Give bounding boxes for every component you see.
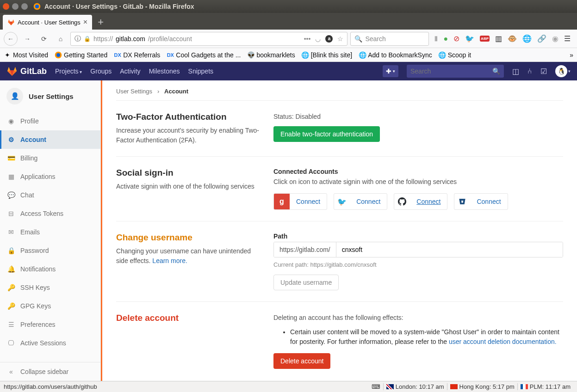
bookmark-star-icon[interactable]: ☆ — [337, 35, 343, 43]
sidebar-item-applications[interactable]: ▦Applications — [0, 167, 100, 186]
browser-search-box[interactable]: 🔍 Search — [350, 32, 429, 46]
delete-account-button[interactable]: Delete account — [273, 353, 330, 369]
google-icon: g — [274, 194, 290, 209]
username-input[interactable] — [336, 242, 563, 257]
bookmark-sync[interactable]: 🌐Add to BookmarkSync — [359, 51, 432, 59]
merge-requests-icon[interactable]: ⑃ — [527, 67, 532, 75]
clock-plm[interactable]: PLM: 11:17 am — [517, 383, 573, 390]
keyboard-icon[interactable]: ⌨ — [369, 383, 383, 390]
nav-projects[interactable]: Projects — [55, 67, 82, 75]
gitlab-search-input[interactable] — [410, 67, 492, 75]
breadcrumb-root[interactable]: User Settings — [116, 88, 152, 95]
clock-london[interactable]: London: 10:17 am — [383, 383, 447, 390]
ext-icon-1[interactable]: ● — [443, 35, 448, 43]
update-username-button[interactable]: Update username — [273, 275, 339, 290]
ext-icon-2[interactable]: ⊘ — [453, 34, 459, 43]
sidebar-item-password[interactable]: 🔒Password — [0, 241, 100, 260]
bookmark-scoop[interactable]: 🌐Scoop it — [439, 51, 472, 59]
bookmark-getting-started[interactable]: Getting Started — [55, 51, 107, 59]
sidebar-item-preferences[interactable]: ☰Preferences — [0, 315, 100, 334]
social-title: Social sign-in — [116, 168, 264, 178]
key-icon: 🔑 — [7, 302, 15, 310]
sidebar-item-active-sessions[interactable]: 🖵Active Sessions — [0, 334, 100, 352]
twofa-title: Two-Factor Authentication — [116, 112, 264, 122]
pocket-icon[interactable]: ◡ — [315, 35, 321, 43]
bookmark-blink[interactable]: 🌐[Blink this site] — [302, 51, 352, 59]
email-icon: ✉ — [7, 228, 15, 236]
connect-bitbucket-button[interactable]: Connect — [454, 193, 508, 210]
tab-close-icon[interactable]: × — [83, 18, 87, 26]
toolbar-icons: ⦀ ● ⊘ 🐦 ABP ▥ 🐵 🌐 🔗 ◉ ☰ — [432, 34, 573, 43]
nav-groups[interactable]: Groups — [90, 67, 112, 75]
sidebar-item-ssh-keys[interactable]: 🔑SSH Keys — [0, 278, 100, 297]
gitlab-logo[interactable]: GitLab — [6, 66, 47, 77]
twofa-status: Status: Disabled — [273, 112, 563, 122]
browser-nav-bar: ← → ⟳ ⌂ ⓘ 🔒 https://gitlab.com/profile/a… — [0, 30, 577, 48]
sidebar-item-account[interactable]: ⚙Account — [0, 130, 100, 149]
key-icon: 🔑 — [7, 284, 15, 291]
window-maximize-button[interactable] — [21, 3, 28, 10]
os-titlebar: Account · User Settings · GitLab - Mozil… — [0, 0, 577, 13]
sidebar-item-billing[interactable]: 💳Billing — [0, 149, 100, 167]
sidebar-item-access-tokens[interactable]: ⊟Access Tokens — [0, 204, 100, 223]
username-title: Change username — [116, 233, 264, 243]
ext-twitter-icon[interactable]: 🐦 — [465, 34, 474, 43]
library-icon[interactable]: ⦀ — [434, 35, 438, 43]
nav-reload-button[interactable]: ⟳ — [37, 32, 51, 46]
delete-intro: Deleting an account has the following ef… — [273, 313, 563, 323]
sidebar-item-profile[interactable]: ◉Profile — [0, 112, 100, 130]
bookmark-dx-referrals[interactable]: DXDX Referrals — [114, 51, 160, 59]
bookmarks-overflow-icon[interactable]: » — [570, 51, 573, 59]
nav-milestones[interactable]: Milestones — [149, 67, 180, 75]
sidebar-item-emails[interactable]: ✉Emails — [0, 223, 100, 241]
window-minimize-button[interactable] — [12, 3, 19, 10]
issues-icon[interactable]: ◫ — [512, 67, 519, 76]
learn-more-link[interactable]: Learn more. — [152, 257, 187, 264]
connect-twitter-button[interactable]: 🐦Connect — [334, 193, 387, 210]
ext-globe-icon[interactable]: 🌐 — [522, 34, 532, 43]
flag-fr-icon — [521, 384, 528, 389]
collapse-sidebar[interactable]: «Collapse sidebar — [0, 362, 100, 381]
new-tab-button[interactable]: + — [92, 15, 109, 30]
bookmark-cool-gadgets[interactable]: DXCool Gadgets at the ... — [167, 51, 241, 59]
new-dropdown-button[interactable]: ✚▾ — [383, 65, 398, 77]
window-close-button[interactable] — [3, 3, 9, 10]
clock-hongkong[interactable]: Hong Kong: 5:17 pm — [447, 383, 517, 390]
sidebar-item-gpg-keys[interactable]: 🔑GPG Keys — [0, 297, 100, 315]
nav-snippets[interactable]: Snippets — [188, 67, 213, 75]
hamburger-menu-icon[interactable]: ☰ — [564, 34, 571, 43]
social-desc: Activate signin with one of the followin… — [116, 182, 264, 191]
sidebar-item-chat[interactable]: 💬Chat — [0, 186, 100, 204]
delete-doc-link[interactable]: user account deletion documentation. — [449, 338, 557, 345]
enable-2fa-button[interactable]: Enable two-factor authentication — [273, 126, 380, 142]
nav-back-button[interactable]: ← — [4, 32, 18, 46]
section-username: Change username Changing your username c… — [116, 221, 563, 302]
gitlab-search[interactable]: 🔍 — [407, 65, 504, 78]
browser-tab[interactable]: Account · User Settings × — [3, 15, 92, 30]
site-info-icon[interactable]: ⓘ — [74, 35, 81, 43]
ext-link-icon[interactable]: 🔗 — [537, 34, 546, 43]
chevron-left-icon: « — [7, 368, 15, 375]
connect-google-button[interactable]: gConnect — [273, 193, 327, 210]
url-path: /profile/account — [148, 35, 192, 43]
todos-icon[interactable]: ☑ — [540, 67, 547, 76]
ext-monkey-icon[interactable]: 🐵 — [508, 34, 517, 43]
delete-title: Delete account — [116, 313, 264, 323]
ext-abp-icon[interactable]: ABP — [480, 36, 490, 42]
sidebar-item-notifications[interactable]: 🔔Notifications — [0, 260, 100, 278]
ext-circle-icon[interactable]: ◉ — [552, 34, 558, 43]
nav-home-button[interactable]: ⌂ — [54, 32, 68, 46]
nav-activity[interactable]: Activity — [120, 67, 140, 75]
url-bar[interactable]: ⓘ 🔒 https://gitlab.com/profile/account •… — [70, 32, 347, 46]
bookmark-bookmarklets[interactable]: 👽bookmarklets — [247, 51, 295, 59]
bookmark-most-visited[interactable]: ✦Most Visited — [4, 51, 48, 59]
connect-github-button[interactable]: Connect — [394, 193, 447, 210]
user-menu[interactable]: 🐧 ▾ — [555, 65, 571, 77]
nav-forward-button[interactable]: → — [20, 32, 34, 46]
amazon-icon[interactable]: a — [325, 35, 333, 43]
github-icon — [394, 194, 410, 209]
ext-reader-icon[interactable]: ▥ — [495, 34, 502, 43]
search-icon: 🔍 — [354, 35, 362, 43]
svg-point-3 — [56, 53, 60, 57]
url-more-icon[interactable]: ••• — [304, 35, 311, 43]
